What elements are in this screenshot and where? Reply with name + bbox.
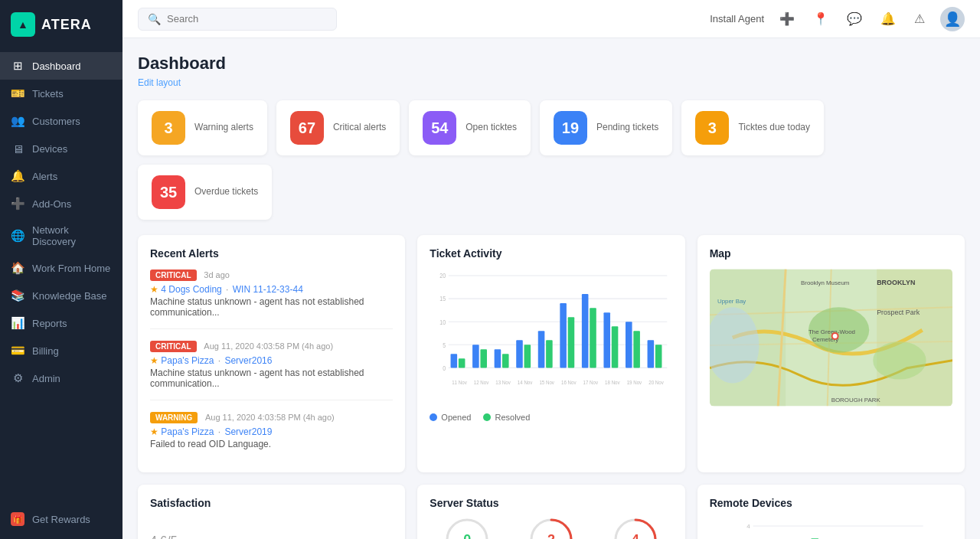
alert-device[interactable]: WIN 11-12-33-44 [233, 284, 303, 295]
stats-row: 3 Warning alerts 67 Critical alerts 54 O… [138, 100, 965, 220]
server-item: 0 Hardware [430, 518, 505, 539]
svg-text:11 Nov: 11 Nov [452, 379, 468, 385]
sidebar-nav: ⊞ Dashboard 🎫 Tickets 👥 Customers 🖥 Devi… [0, 49, 122, 505]
alert-badge: WARNING [150, 412, 198, 423]
bottom-grid: Satisfaction 4.6/5 Quality of Support 4.… [138, 485, 965, 539]
main-area: 🔍 Install Agent ➕ 📍 💬 🔔 ⚠ 👤 Dashboard Ed… [122, 0, 980, 539]
wfh-icon: 🏠 [11, 261, 24, 275]
svg-text:19 Nov: 19 Nov [627, 379, 642, 385]
server-status-card: Server Status 0 Hardware 2 Disk 4 [417, 485, 684, 539]
ticket-activity-card: Ticket Activity 0510152011 Nov12 Nov13 N… [417, 235, 684, 472]
stat-card: 19 Pending tickets [540, 100, 672, 155]
stat-card: 3 Warning alerts [138, 100, 267, 155]
map-card: Map [697, 235, 965, 472]
search-box[interactable]: 🔍 [138, 8, 337, 31]
svg-rect-29 [655, 345, 662, 368]
reports-icon: 📊 [11, 316, 24, 330]
warning-icon[interactable]: ⚠ [911, 8, 928, 29]
legend-resolved: Resolved [483, 413, 530, 422]
chat-icon[interactable]: 💬 [844, 8, 865, 29]
svg-rect-25 [568, 317, 575, 368]
stat-info: Pending tickets [596, 122, 658, 134]
ring-wrapper: 2 [530, 518, 573, 539]
alert-customer[interactable]: Papa's Pizza [161, 426, 214, 437]
alert-badge: CRITICAL [150, 341, 197, 352]
sidebar-item-reports[interactable]: 📊 Reports [0, 309, 122, 337]
sidebar-item-admin[interactable]: ⚙ Admin [0, 364, 122, 392]
alert-time: Aug 11, 2020 4:03:58 PM (4h ago) [204, 341, 333, 351]
main-grid: Recent Alerts CRITICAL 3d ago ★ 4 Dogs C… [138, 235, 965, 472]
svg-text:BOROUGH PARK: BOROUGH PARK [831, 397, 880, 403]
search-icon: 🔍 [148, 13, 161, 25]
map-container: Brooklyn Museum The Green-Wood Cemetery … [710, 269, 952, 407]
alert-customer[interactable]: Papa's Pizza [161, 355, 214, 366]
separator: · [218, 426, 220, 437]
sidebar-item-devices[interactable]: 🖥 Devices [0, 135, 122, 162]
sidebar-label-billing: Billing [32, 345, 59, 357]
customers-icon: 👥 [11, 114, 24, 128]
sidebar-item-network[interactable]: 🌐 Network Discovery [0, 217, 122, 254]
alert-device[interactable]: Server2016 [224, 355, 272, 366]
addons-icon: ➕ [11, 197, 24, 211]
svg-rect-14 [538, 331, 545, 368]
svg-text:15: 15 [440, 296, 446, 303]
map-svg: Brooklyn Museum The Green-Wood Cemetery … [710, 269, 952, 407]
satisfaction-card: Satisfaction 4.6/5 Quality of Support 4.… [138, 485, 405, 539]
sidebar-item-wfh[interactable]: 🏠 Work From Home [0, 254, 122, 282]
alert-time: Aug 11, 2020 4:03:58 PM (4h ago) [205, 413, 335, 422]
server-status-title: Server Status [430, 497, 672, 509]
sidebar-item-dashboard[interactable]: ⊞ Dashboard [0, 52, 122, 80]
install-agent-button[interactable]: Install Agent [710, 13, 764, 24]
svg-text:12 Nov: 12 Nov [474, 379, 489, 385]
alert-message: Failed to read OID Language. [150, 439, 393, 449]
svg-rect-21 [481, 349, 488, 368]
admin-icon: ⚙ [11, 371, 24, 385]
sidebar-label-devices: Devices [32, 143, 67, 155]
header: 🔍 Install Agent ➕ 📍 💬 🔔 ⚠ 👤 [122, 0, 980, 38]
stat-card: 54 Open ticktes [409, 100, 531, 155]
add-button[interactable]: ➕ [776, 8, 798, 29]
sidebar-label-wfh: Work From Home [32, 263, 110, 274]
stat-label: Critical alerts [333, 122, 386, 134]
location-icon[interactable]: 📍 [810, 8, 831, 29]
stat-label: Overdue tickets [194, 186, 258, 198]
server-item: 4 Availability [598, 518, 673, 539]
stat-badge: 67 [290, 111, 324, 145]
satisfaction-score: 4.6/5 [150, 518, 393, 539]
devices-icon: 🖥 [11, 142, 24, 155]
rewards-icon: 🎁 [11, 512, 24, 526]
satisfaction-max: /5 [167, 534, 177, 539]
sidebar-label-customers: Customers [32, 116, 80, 127]
remote-devices-title: Remote Devices [710, 497, 952, 509]
sidebar-item-addons[interactable]: ➕ Add-Ons [0, 190, 122, 217]
svg-text:20 Nov: 20 Nov [649, 379, 665, 385]
alert-header: CRITICAL Aug 11, 2020 4:03:58 PM (4h ago… [150, 340, 393, 352]
sidebar-label-admin: Admin [32, 373, 60, 384]
bell-icon[interactable]: 🔔 [877, 8, 899, 29]
svg-rect-20 [459, 358, 466, 368]
tickets-icon: 🎫 [11, 87, 24, 100]
header-actions: Install Agent ➕ 📍 💬 🔔 ⚠ 👤 [710, 7, 965, 31]
star-icon: ★ [150, 284, 158, 295]
ticket-chart-svg: 0510152011 Nov12 Nov13 Nov14 Nov15 Nov16… [430, 269, 672, 407]
sidebar-item-customers[interactable]: 👥 Customers [0, 107, 122, 135]
edit-layout-link[interactable]: Edit layout [138, 77, 181, 88]
alert-customer[interactable]: 4 Dogs Coding [161, 284, 221, 295]
sidebar-item-alerts[interactable]: 🔔 Alerts [0, 162, 122, 190]
sidebar-label-addons: Add-Ons [32, 198, 71, 210]
sidebar-item-kb[interactable]: 📚 Knowledge Base [0, 282, 122, 309]
sidebar-item-tickets[interactable]: 🎫 Tickets [0, 80, 122, 107]
sidebar-label-kb: Knowledge Base [32, 290, 107, 302]
search-input[interactable] [167, 13, 327, 24]
sidebar-item-billing[interactable]: 💳 Billing [0, 337, 122, 364]
logo-icon: ▲ [11, 12, 35, 37]
star-icon: ★ [150, 355, 158, 366]
svg-text:Prospect Park: Prospect Park [877, 309, 920, 316]
get-rewards-button[interactable]: 🎁 Get Rewards [0, 505, 122, 533]
separator: · [226, 284, 228, 295]
svg-rect-24 [546, 340, 553, 368]
svg-rect-18 [626, 322, 632, 368]
user-avatar[interactable]: 👤 [940, 7, 965, 31]
alert-device[interactable]: Server2019 [224, 426, 272, 437]
stat-label: Ticktes due today [738, 122, 810, 134]
